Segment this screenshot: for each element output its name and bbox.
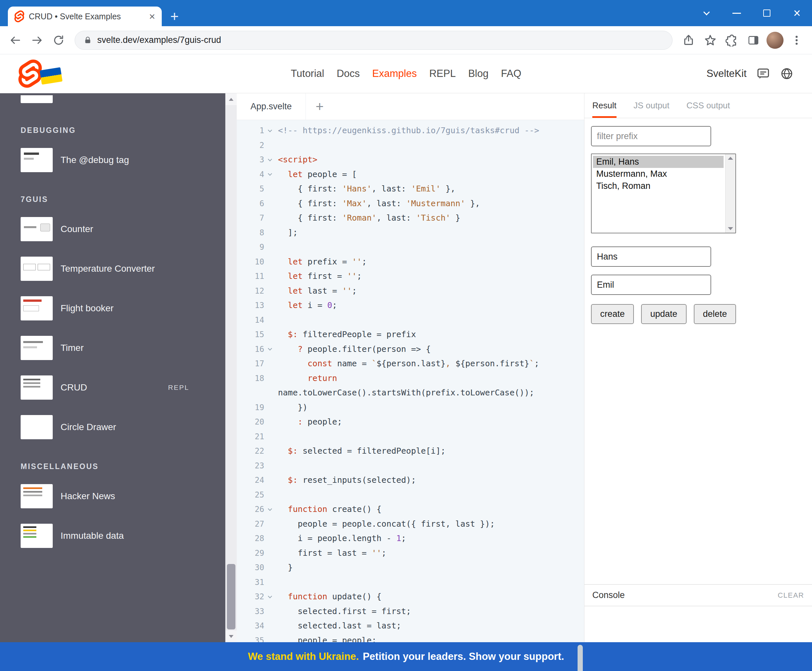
code-line: 29 first = last = ''; [241,546,584,561]
line-number: 24 [241,473,264,488]
sidebar-item-label: Counter [61,224,93,234]
code-line: 35 people = people; [241,634,584,642]
sidebar-item-hacker-news[interactable]: Hacker News [20,484,225,508]
sidebar-item-temperature-converter[interactable]: Temperature Converter [20,257,225,281]
nav-tutorial[interactable]: Tutorial [291,68,324,80]
maximize-button[interactable] [752,0,782,26]
editor-scrollbar-thumb[interactable] [578,645,583,671]
nav-docs[interactable]: Docs [336,68,360,80]
profile-avatar[interactable] [765,30,785,50]
sidebar-item-timer[interactable]: Timer [20,336,225,360]
listbox-option-emil-hans[interactable]: Emil, Hans [593,156,723,168]
fold-marker[interactable] [264,153,275,167]
banner-text: Petition your leaders. Show your support… [363,651,564,662]
update-button[interactable]: update [641,304,687,324]
code-text: function update() { [278,589,381,604]
fold-marker[interactable] [264,123,275,138]
example-thumbnail [20,336,53,360]
tab-app-svelte[interactable]: App.svelte [237,93,306,120]
line-number: 30 [241,560,264,575]
reload-button[interactable] [48,30,69,50]
line-number: 16 [241,342,264,357]
tab-search-icon[interactable] [691,0,722,26]
close-window-button[interactable]: × [782,0,812,26]
code-line: 19 }) [241,400,584,415]
fold-marker[interactable] [264,502,275,517]
chat-icon[interactable] [756,67,770,80]
fold-marker[interactable] [264,589,275,604]
editor-scrollbar[interactable] [576,642,584,671]
tab-close-icon[interactable]: × [149,11,155,22]
sidebar-scrollbar[interactable] [225,93,237,642]
tab-result[interactable]: Result [592,93,616,118]
line-number: 22 [241,444,264,458]
line-number: 12 [241,284,264,298]
people-listbox[interactable]: Emil, HansMustermann, MaxTisch, Roman [591,153,736,233]
code-lines[interactable]: 1<!-- https://eugenkiss.github.io/7guis/… [237,120,584,642]
share-icon[interactable] [679,30,699,50]
delete-button[interactable]: delete [694,304,736,324]
address-bar[interactable]: svelte.dev/examples/7guis-crud [75,31,672,50]
new-tab-button[interactable]: + [170,9,179,24]
last-name-input[interactable] [591,274,711,295]
browser-menu-kebab-icon[interactable] [786,30,807,50]
sidebar-scrollbar-thumb[interactable] [227,564,235,629]
fold-marker[interactable] [264,342,275,357]
sveltekit-link[interactable]: SvelteKit [706,68,747,80]
scroll-down-arrow-icon[interactable] [225,630,237,642]
listbox-option-tisch-roman[interactable]: Tisch, Roman [593,180,723,192]
line-number: 8 [241,225,264,240]
add-file-button[interactable]: + [316,100,324,114]
nav-faq[interactable]: FAQ [501,68,521,80]
fold-marker [264,531,275,546]
forward-button[interactable] [27,30,47,50]
sidebar-item-immutable-data[interactable]: Immutable data [20,524,225,548]
minimize-button[interactable] [722,0,752,26]
browser-window: CRUD • Svelte Examples × + × svelte.dev/… [0,0,812,671]
sidebar-item-circle-drawer[interactable]: Circle Drawer [20,415,225,439]
listbox-scroll-up-icon[interactable] [728,157,733,160]
globe-icon[interactable] [780,67,794,80]
url-text: svelte.dev/examples/7guis-crud [97,35,221,45]
line-number: 9 [241,240,264,255]
sidebar-item-the-debug-tag[interactable]: The @debug tag [20,148,225,172]
sidebar-item-crud[interactable]: CRUDREPL [20,375,225,400]
svelte-logo[interactable] [18,60,61,88]
back-button[interactable] [5,30,26,50]
browser-tab[interactable]: CRUD • Svelte Examples × [8,7,162,26]
code-line: 21 [241,429,584,444]
repl-badge[interactable]: REPL [168,383,189,392]
extensions-puzzle-icon[interactable] [722,30,742,50]
nav-repl[interactable]: REPL [429,68,456,80]
nav-examples[interactable]: Examples [372,68,417,80]
bookmark-star-icon[interactable] [700,30,720,50]
fold-marker [264,240,275,255]
sidebar-section-title: 7GUIS [20,195,225,204]
ukraine-banner[interactable]: We stand with Ukraine. Petition your lea… [0,642,812,671]
code-line: 2 [241,138,584,153]
nav-blog[interactable]: Blog [468,68,488,80]
side-panel-icon[interactable] [743,30,764,50]
line-number: 2 [241,138,264,153]
listbox-option-mustermann-max[interactable]: Mustermann, Max [593,168,723,180]
listbox-scroll-down-icon[interactable] [728,227,733,230]
line-number: 10 [241,255,264,269]
code-text: ]; [278,225,298,240]
console-clear-button[interactable]: CLEAR [778,591,804,599]
ukraine-flag-icon [39,67,63,84]
scroll-up-arrow-icon[interactable] [225,93,237,105]
sidebar-item-flight-booker[interactable]: Flight booker [20,296,225,320]
sidebar-partial-thumbnail[interactable] [20,95,53,103]
listbox-scrollbar[interactable] [725,154,735,233]
tab-css-output[interactable]: CSS output [687,93,730,118]
filter-prefix-input[interactable] [591,126,711,146]
fold-marker [264,415,275,429]
sidebar-item-counter[interactable]: Counter [20,217,225,241]
fold-marker [264,313,275,328]
first-name-input[interactable] [591,247,711,267]
banner-bold-text: We stand with Ukraine. [248,651,359,662]
code-line: 25 [241,488,584,502]
fold-marker[interactable] [264,167,275,182]
create-button[interactable]: create [591,304,634,324]
tab-js-output[interactable]: JS output [634,93,670,118]
